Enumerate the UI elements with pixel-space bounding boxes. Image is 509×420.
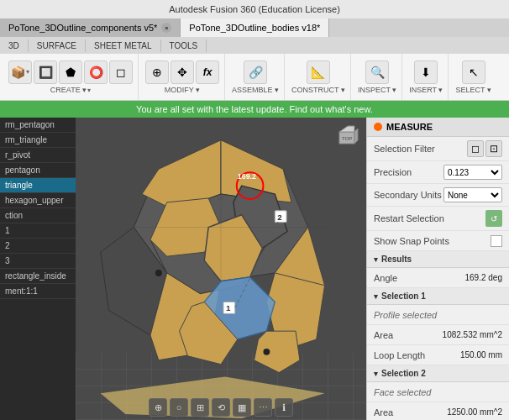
inspect-label[interactable]: INSPECT ▾	[358, 86, 396, 94]
sidebar-item-hexagon-upper[interactable]: hexagon_upper	[0, 193, 76, 208]
toolbar-group-assemble: 🔗 ASSEMBLE ▾	[227, 54, 285, 100]
vp-btn-undo[interactable]: ⟲	[212, 398, 230, 417]
nav-tabs: 3D SURFACE SHEET METAL TOOLS	[0, 37, 509, 54]
sel2-area-label: Area	[374, 407, 447, 417]
select-icon-1[interactable]: ↖	[462, 60, 485, 84]
sel1-area-label: Area	[374, 330, 443, 340]
inspect-icon-1[interactable]: 🔍	[365, 60, 389, 84]
insert-label[interactable]: INSERT ▾	[409, 86, 443, 94]
update-bar: You are all set with the latest update. …	[0, 101, 509, 118]
angle-value: 169.2 deg	[465, 273, 503, 282]
angle-label: Angle	[374, 273, 465, 283]
selection-filter-icon-2[interactable]: ⊡	[485, 140, 502, 157]
angle-row: Angle 169.2 deg	[367, 268, 509, 288]
vp-btn-zoom[interactable]: ⊕	[149, 398, 167, 417]
precision-select[interactable]: 0.123 0.12 0.1	[443, 165, 502, 180]
assemble-icon-1[interactable]: 🔗	[244, 60, 267, 84]
vp-btn-more[interactable]: ⋯	[254, 398, 272, 417]
sidebar-item-rectangle-inside[interactable]: rectangle_inside	[0, 269, 76, 284]
results-section[interactable]: Results	[367, 251, 509, 268]
insert-icon-1[interactable]: ⬇	[414, 60, 438, 84]
sel1-loop-value: 150.00 mm	[460, 350, 502, 360]
toolbar-group-select: ↖ SELECT ▾	[450, 54, 496, 100]
sidebar-item-triangle[interactable]: triangle	[0, 178, 76, 193]
selection-filter-label: Selection Filter	[374, 144, 467, 154]
modify-icon-fx[interactable]: fx	[196, 60, 219, 84]
secondary-units-select[interactable]: None mm in	[443, 187, 502, 202]
measure-title: MEASURE	[386, 122, 433, 132]
sidebar-item-ment[interactable]: ment:1:1	[0, 284, 76, 299]
main-area: rm_pentagon rm_triangle r_pivot pentagon…	[0, 118, 509, 420]
sidebar-item-3[interactable]: 3	[0, 254, 76, 269]
sidebar-item-1[interactable]: 1	[0, 223, 76, 239]
toolbar-group-insert: ⬇ INSERT ▾	[404, 54, 449, 100]
secondary-units-row: Secondary Units None mm in	[367, 184, 509, 207]
sel2-area-value: 1250.00 mm^2	[447, 407, 502, 417]
create-icon-1[interactable]: 📦	[8, 60, 32, 84]
svg-point-24	[155, 270, 162, 276]
svg-marker-14	[254, 331, 300, 372]
restart-icon[interactable]: ↺	[485, 210, 502, 227]
sidebar: rm_pentagon rm_triangle r_pivot pentagon…	[0, 118, 76, 420]
precision-label: Precision	[374, 167, 443, 177]
selection2-section[interactable]: Selection 2	[367, 365, 509, 382]
svg-text:1: 1	[226, 303, 231, 312]
vp-btn-display[interactable]: ▦	[233, 398, 251, 417]
modify-label[interactable]: MODIFY ▾	[165, 86, 200, 94]
toolbar-group-construct: 📐 CONSTRUCT ▾	[286, 54, 351, 100]
selection-filter-row: Selection Filter ◻ ⊡	[367, 137, 509, 161]
vp-btn-info[interactable]: ℹ	[275, 398, 293, 417]
select-label[interactable]: SELECT ▾	[455, 86, 491, 94]
nav-tab-3d[interactable]: 3D	[0, 39, 29, 52]
selection-filter-icon-1[interactable]: ◻	[467, 140, 484, 157]
snap-checkbox[interactable]	[491, 235, 502, 247]
vp-btn-orbit[interactable]: ○	[170, 398, 188, 417]
selection1-section[interactable]: Selection 1	[367, 288, 509, 305]
svg-point-26	[218, 196, 223, 201]
sel1-profile-row: Profile selected	[367, 305, 509, 325]
nav-tab-tools[interactable]: TOOLS	[161, 39, 207, 52]
toolbar-group-create: 📦 🔲 ⬟ ⭕ ◻ CREATE ▾	[3, 54, 139, 100]
assemble-label[interactable]: ASSEMBLE ▾	[232, 86, 279, 94]
viewport[interactable]: 169.2 1 2 TOP	[76, 118, 366, 420]
nav-tab-sheet-metal[interactable]: SHEET METAL	[86, 39, 161, 52]
sel1-area-value: 1082.532 mm^2	[443, 330, 502, 339]
create-icon-2[interactable]: 🔲	[34, 60, 57, 84]
update-text: You are all set with the latest update. …	[136, 104, 373, 114]
svg-marker-28	[339, 126, 354, 132]
svg-point-25	[263, 349, 270, 355]
toolbar: 📦 🔲 ⬟ ⭕ ◻ CREATE ▾ ⊕ ✥ fx MODIFY ▾ 🔗 ASS…	[0, 54, 509, 101]
tab-components[interactable]: PoTone_3DOutline_components v5* ×	[0, 18, 181, 37]
sidebar-item-rm-triangle[interactable]: rm_triangle	[0, 133, 76, 148]
toolbar-group-modify: ⊕ ✥ fx MODIFY ▾	[140, 54, 225, 100]
view-cube[interactable]: TOP	[333, 122, 362, 151]
sidebar-item-pentagon[interactable]: pentagon	[0, 163, 76, 178]
sel2-profile-label: Face selected	[374, 387, 502, 397]
measure-panel-header: MEASURE	[367, 118, 509, 137]
svg-text:2: 2	[277, 213, 282, 222]
create-label[interactable]: CREATE ▾	[50, 86, 91, 94]
nav-tab-surface[interactable]: SURFACE	[29, 39, 86, 52]
sidebar-item-2[interactable]: 2	[0, 239, 76, 254]
title-bar: Autodesk Fusion 360 (Education License)	[0, 0, 509, 18]
sidebar-item-rm-pentagon[interactable]: rm_pentagon	[0, 118, 76, 133]
viewport-bottom-toolbar: ⊕ ○ ⊞ ⟲ ▦ ⋯ ℹ	[149, 398, 293, 417]
create-icon-5[interactable]: ◻	[109, 60, 133, 84]
vp-btn-grid[interactable]: ⊞	[191, 398, 209, 417]
create-icon-3[interactable]: ⬟	[59, 60, 82, 84]
sidebar-item-ction[interactable]: ction	[0, 208, 76, 223]
tab-bodies[interactable]: PoTone_3DOutline_bodies v18*	[181, 18, 329, 37]
selection2-label: Selection 2	[381, 369, 426, 378]
tab-close-components[interactable]: ×	[161, 23, 171, 33]
sel2-profile-row: Face selected	[367, 382, 509, 402]
modify-icon-1[interactable]: ⊕	[145, 60, 169, 84]
sel1-loop-label: Loop Length	[374, 350, 460, 360]
modify-icon-2[interactable]: ✥	[171, 60, 194, 84]
svg-text:169.2: 169.2	[238, 172, 256, 181]
construct-label[interactable]: CONSTRUCT ▾	[291, 86, 345, 94]
snap-label: Show Snap Points	[374, 236, 491, 246]
svg-marker-29	[354, 129, 358, 144]
sidebar-item-r-pivot[interactable]: r_pivot	[0, 148, 76, 163]
create-icon-4[interactable]: ⭕	[84, 60, 108, 84]
construct-icon-1[interactable]: 📐	[307, 60, 330, 84]
